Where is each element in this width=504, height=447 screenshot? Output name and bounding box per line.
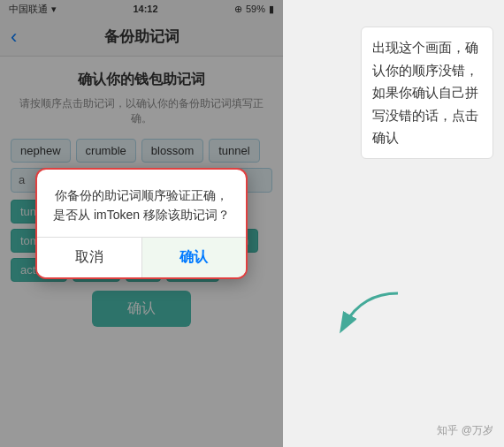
dialog-message: 你备份的助记词顺序验证正确，是否从 imToken 移除该助记词？ <box>51 186 232 225</box>
watermark: 知乎 @万岁 <box>437 423 493 438</box>
annotation-panel: 出现这个画面，确认你的顺序没错，如果你确认自己拼写没错的话，点击确认 知乎 @万… <box>283 0 504 447</box>
arrow-icon <box>336 284 407 337</box>
dialog-body: 你备份的助记词顺序验证正确，是否从 imToken 移除该助记词？ <box>37 170 246 238</box>
dialog-buttons: 取消 确认 <box>37 237 246 277</box>
dialog-cancel-button[interactable]: 取消 <box>37 238 142 277</box>
arrow-container <box>336 284 407 341</box>
phone-frame: 中国联通 ▾ 14:12 ⊕ 59% ▮ ‹ 备份助记词 确认你的钱包助记词 请… <box>0 0 283 447</box>
dialog-box: 你备份的助记词顺序验证正确，是否从 imToken 移除该助记词？ 取消 确认 <box>35 168 248 280</box>
dialog-overlay: 你备份的助记词顺序验证正确，是否从 imToken 移除该助记词？ 取消 确认 <box>0 0 283 447</box>
annotation-text: 出现这个画面，确认你的顺序没错，如果你确认自己拼写没错的话，点击确认 <box>361 27 493 159</box>
dialog-confirm-button[interactable]: 确认 <box>142 238 247 277</box>
